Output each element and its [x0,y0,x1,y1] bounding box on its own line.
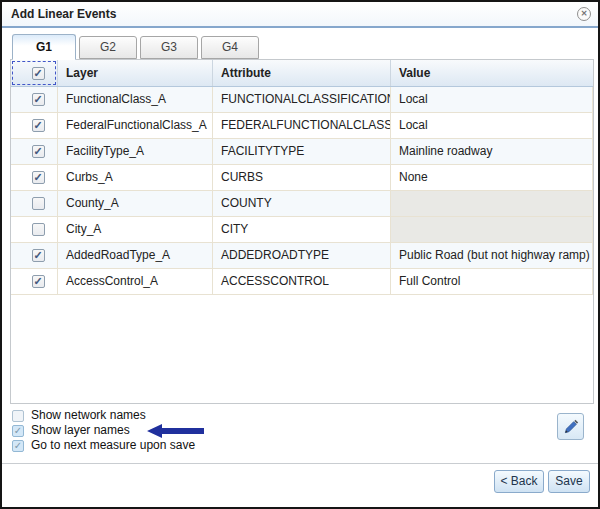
attribute-cell: CITY [213,217,391,242]
value-cell: Full Control [391,269,593,294]
row-checkbox[interactable] [32,223,45,236]
tab-g4[interactable]: G4 [201,36,259,59]
row-checkbox[interactable] [32,171,45,184]
layer-cell: Curbs_A [58,165,213,190]
row-checkbox-cell [11,191,58,216]
option-label: Show network names [31,408,146,423]
save-button[interactable]: Save [548,470,590,493]
footer-divider [2,463,598,464]
annotation-arrow-icon [147,424,205,438]
dialog-title: Add Linear Events [11,7,116,21]
table-row[interactable]: County_A COUNTY [11,191,593,217]
row-checkbox-cell [11,243,58,268]
row-checkbox-cell [11,139,58,164]
table-row[interactable]: City_A CITY [11,217,593,243]
dialog-titlebar: Add Linear Events ✕ [2,2,598,28]
value-cell: None [391,165,593,190]
tab-bar: G1 G2 G3 G4 [12,34,259,60]
tab-g1[interactable]: G1 [12,34,76,60]
row-checkbox[interactable] [32,275,45,288]
layer-cell: AccessControl_A [58,269,213,294]
value-cell: Local [391,87,593,112]
table-header-row: Layer Attribute Value [11,60,593,87]
row-checkbox[interactable] [32,249,45,262]
option-label: Go to next measure upon save [31,438,195,453]
attribute-cell: CURBS [213,165,391,190]
option-go-to-next-measure: Go to next measure upon save [12,438,205,453]
show-network-names-checkbox[interactable] [12,410,24,422]
row-checkbox[interactable] [32,197,45,210]
value-cell: Local [391,113,593,138]
layer-cell: County_A [58,191,213,216]
attribute-cell: COUNTY [213,191,391,216]
row-checkbox-cell [11,113,58,138]
select-all-header-cell [11,60,58,86]
value-cell [391,217,593,242]
back-button[interactable]: < Back [494,470,544,493]
table-row[interactable]: AddedRoadType_A ADDEDROADTYPE Public Roa… [11,243,593,269]
row-checkbox-cell [11,165,58,190]
column-header-value[interactable]: Value [391,60,593,86]
column-header-layer[interactable]: Layer [58,60,213,86]
attribute-cell: FACILITYTYPE [213,139,391,164]
layer-cell: FacilityType_A [58,139,213,164]
table-row[interactable]: FunctionalClass_A FUNCTIONALCLASSIFICATI… [11,87,593,113]
tab-g3[interactable]: G3 [140,36,198,59]
layer-cell: FederalFunctionalClass_A [58,113,213,138]
row-checkbox-cell [11,87,58,112]
value-cell [391,191,593,216]
display-options: Show network names Show layer names Go t… [12,408,205,453]
show-layer-names-checkbox[interactable] [12,425,24,437]
option-show-network-names: Show network names [12,408,205,423]
events-table: Layer Attribute Value FunctionalClass_A … [10,59,594,404]
attribute-cell: FEDERALFUNCTIONALCLASS [213,113,391,138]
table-row[interactable]: FacilityType_A FACILITYTYPE Mainline roa… [11,139,593,165]
table-row[interactable]: AccessControl_A ACCESSCONTROL Full Contr… [11,269,593,295]
attribute-cell: ADDEDROADTYPE [213,243,391,268]
go-to-next-measure-checkbox[interactable] [12,440,24,452]
pencil-icon [561,417,581,437]
row-checkbox[interactable] [32,145,45,158]
tab-g2[interactable]: G2 [79,36,137,59]
column-header-attribute[interactable]: Attribute [213,60,391,86]
row-checkbox[interactable] [32,119,45,132]
table-row[interactable]: Curbs_A CURBS None [11,165,593,191]
row-checkbox-cell [11,269,58,294]
attribute-cell: FUNCTIONALCLASSIFICATION [213,87,391,112]
option-show-layer-names: Show layer names [12,423,205,438]
layer-cell: AddedRoadType_A [58,243,213,268]
row-checkbox-cell [11,217,58,242]
option-label: Show layer names [31,423,130,438]
value-cell: Public Road (but not highway ramp) [391,243,593,268]
table-row[interactable]: FederalFunctionalClass_A FEDERALFUNCTION… [11,113,593,139]
layer-cell: City_A [58,217,213,242]
add-linear-events-dialog: Add Linear Events ✕ G1 G2 G3 G4 Layer At… [0,0,600,509]
value-cell: Mainline roadway [391,139,593,164]
select-all-checkbox[interactable] [32,67,45,80]
edit-button[interactable] [557,413,584,440]
attribute-cell: ACCESSCONTROL [213,269,391,294]
close-icon[interactable]: ✕ [577,7,591,21]
layer-cell: FunctionalClass_A [58,87,213,112]
row-checkbox[interactable] [32,93,45,106]
